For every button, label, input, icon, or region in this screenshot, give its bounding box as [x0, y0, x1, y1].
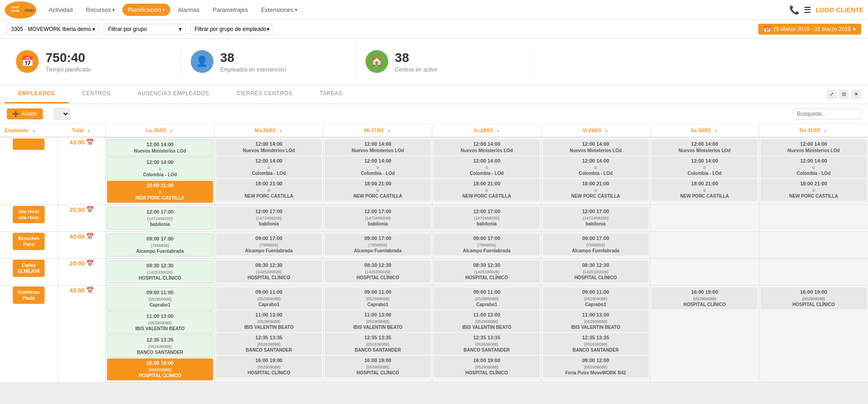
shift-block[interactable]: 12:00 17:00(1472458200)babilonia: [216, 207, 322, 229]
sort-vi[interactable]: ▲: [604, 128, 609, 133]
sort-lu[interactable]: ▲: [169, 128, 174, 133]
tab-cierres[interactable]: CIERRES CENTROS: [223, 85, 306, 103]
sort-sa[interactable]: ▲: [714, 128, 719, 133]
account-select[interactable]: 3305 · MOVEWORK Iberia demo. ▾: [7, 24, 99, 35]
sort-arrow-total[interactable]: ▲: [86, 128, 91, 133]
tab-icon-close[interactable]: ✕: [851, 89, 861, 99]
shift-block[interactable]: 09:00 12:00(052909088)Feria Putre MoveWO…: [543, 356, 649, 378]
shift-block[interactable]: 12:00 14:000Colombia - LOd: [652, 156, 757, 178]
employee-button[interactable]: CarlosELMEJOR: [13, 260, 45, 277]
shift-block[interactable]: 12:00 14:00Nuevos Ministerios LOd: [652, 139, 757, 155]
shift-block[interactable]: 09:00 17:00(7656656)Alcampo Fuenlabrada: [107, 234, 213, 256]
shift-block[interactable]: 12:00 17:00(1472458200)babilonia: [543, 207, 649, 229]
nav-extensiones[interactable]: Extensiones▾: [256, 4, 303, 16]
sort-mi[interactable]: ▲: [386, 128, 391, 133]
nav-actividad[interactable]: Actividad: [43, 4, 78, 16]
tab-ausencias[interactable]: AUSENCIAS EMPLEADOS: [124, 85, 223, 103]
shift-block[interactable]: 09:00 17:00(7656656)Alcampo Fuenlabrada: [434, 234, 539, 256]
shift-block[interactable]: 16:00 19:00(052909088)HOSPITAL CLÍNICO: [107, 358, 213, 380]
shift-block[interactable]: 12:00 14:000Colombia - LOd: [434, 156, 539, 178]
shift-block[interactable]: 09:00 11:00(052909088)Caprabo1: [434, 287, 539, 309]
shift-block[interactable]: 12:00 14:00Nuevos Ministerios LOd: [434, 139, 539, 155]
shift-block[interactable]: 12:00 14:000Colombia - LOd: [761, 156, 867, 178]
shift-block[interactable]: 09:00 17:00(7656656)Alcampo Fuenlabrada: [216, 234, 322, 256]
nav-alarmas[interactable]: Alarmas: [173, 4, 205, 16]
sort-do[interactable]: ▲: [823, 128, 828, 133]
tab-icon-expand[interactable]: ⤢: [827, 89, 837, 99]
employee-button[interactable]: ana rocioana rocio: [13, 206, 45, 223]
shift-block[interactable]: 12:00 14:001Colombia - LOd: [107, 157, 213, 180]
shift-block[interactable]: 16:00 19:00(052909088)HOSPITAL CLÍNICO: [325, 356, 431, 378]
shift-block[interactable]: 12:00 14:00Nuevos Ministerios LOd: [761, 139, 867, 155]
shift-block[interactable]: 12:00 14:00Nuevos Ministerios LOd: [216, 139, 322, 155]
shift-block[interactable]: 12:00 17:00(1472458200)babilonia: [434, 207, 539, 229]
group-filter[interactable]: Filtrar por grupo ▾: [104, 24, 186, 35]
menu-icon[interactable]: ☰: [804, 5, 811, 15]
sort-ma[interactable]: ▲: [278, 128, 283, 133]
shift-block[interactable]: 12:35 13:35(052636088)BANCO SANTANDER: [107, 335, 213, 358]
shift-block[interactable]: 16:00 19:00(052909088)HOSPITAL CLÍNICO: [434, 356, 539, 378]
shift-block[interactable]: 09:00 11:00(052909088)Caprabo1: [325, 287, 431, 309]
shift-block[interactable]: 12:35 13:35(052636088)BANCO SANTANDER: [325, 333, 431, 355]
shift-block[interactable]: 08:30 12:30(1425330026)HOSPITAL CLÍNICO: [543, 261, 649, 282]
shift-block[interactable]: 08:30 12:30(1425330026)HOSPITAL CLÍNICO: [216, 261, 322, 282]
phone-icon[interactable]: 📞: [789, 5, 799, 15]
shift-block[interactable]: 09:00 17:00(7656656)Alcampo Fuenlabrada: [325, 234, 431, 256]
shift-block[interactable]: 08:30 12:30(1425330026)HOSPITAL CLÍNICO: [434, 261, 539, 282]
calendar-icon[interactable]: 📅: [86, 206, 94, 213]
shift-block[interactable]: 18:00 21:000NEW PORC CASTILLA: [761, 179, 867, 201]
employee-button[interactable]: ContrerasPaula: [13, 286, 45, 304]
tab-tareas[interactable]: TAREAS: [306, 85, 356, 103]
shift-block[interactable]: 08:30 12:30(1425330026)HOSPITAL CLÍNICO: [107, 261, 213, 283]
shift-block[interactable]: 18:00 21:000NEW PORC CASTILLA: [434, 179, 539, 201]
shift-block[interactable]: 12:00 14:00Nuevos Ministerios LOd: [325, 139, 431, 155]
employee-button[interactable]: BenachesPaco: [13, 233, 45, 250]
shift-block[interactable]: 11:00 13:00(052909088)IBIS VALENTIN BEAT…: [325, 310, 431, 332]
shift-block[interactable]: 18:00 21:000NEW PORC CASTILLA: [543, 179, 649, 201]
tab-centros[interactable]: CENTROS: [69, 85, 124, 103]
sort-ju[interactable]: ▲: [496, 128, 501, 133]
shift-block[interactable]: 12:00 14:00Nuevos Ministerios LOd: [543, 139, 649, 155]
shift-block[interactable]: 08:30 12:30(1425330026)HOSPITAL CLÍNICO: [325, 261, 431, 282]
calendar-icon[interactable]: 📅: [86, 286, 94, 294]
shift-block[interactable]: 12:00 17:00(1472458200)babilonia: [325, 207, 431, 229]
shift-block[interactable]: 11:00 13:00(052909088)IBIS VALENTIN BEAT…: [216, 310, 322, 332]
shift-block[interactable]: 12:00 14:000Colombia - LOd: [543, 156, 649, 178]
calendar-icon[interactable]: 📅: [86, 138, 94, 146]
sort-arrow-employee[interactable]: ▲: [31, 128, 36, 133]
shift-block[interactable]: 09:00 17:00(7656656)Alcampo Fuenlabrada: [543, 234, 649, 256]
shift-block[interactable]: 12:35 13:35(052636088)BANCO SANTANDER: [543, 333, 649, 355]
add-button[interactable]: ➕ Añadir: [7, 108, 43, 119]
shift-block[interactable]: 12:35 13:35(052636088)BANCO SANTANDER: [216, 333, 322, 355]
shift-block[interactable]: 16:00 19:00(052909088)HOSPITAL CLÍNICO: [216, 356, 322, 378]
search-input[interactable]: [793, 108, 861, 119]
shift-block[interactable]: 12:00 14:00Nuevos Ministerios LOd: [107, 139, 213, 156]
shift-block[interactable]: 16:00 19:00(052909088)HOSPITAL CLÍNICO: [652, 287, 757, 309]
shift-block[interactable]: 11:00 13:00(052909088)IBIS VALENTIN BEAT…: [434, 310, 539, 332]
shift-block[interactable]: 12:35 13:35(052636088)BANCO SANTANDER: [434, 333, 539, 355]
date-range-button[interactable]: 📅 25 Marzo 2019 - 31 Marzo 2019 ▾: [758, 24, 861, 35]
shift-block[interactable]: 18:00 21:000NEW PORC CASTILLA: [216, 179, 322, 201]
shift-block[interactable]: 09:00 11:00(052909088)Caprabo1: [216, 287, 322, 309]
employee-group-filter[interactable]: Filtrar por grupo de empleado ▾: [190, 24, 273, 35]
nav-parametrajes[interactable]: Parametrajes: [207, 4, 253, 16]
shift-block[interactable]: 16:00 19:00(052909088)HOSPITAL CLÍNICO: [761, 287, 867, 309]
app-logo[interactable]: move work C nnect: [5, 1, 36, 19]
shift-block[interactable]: 18:00 21:000NEW PORC CASTILLA: [107, 181, 213, 203]
calendar-icon[interactable]: 📅: [86, 233, 94, 240]
shift-block[interactable]: 11:00 13:00(052909088)IBIS VALENTIN BEAT…: [107, 311, 213, 334]
shift-block[interactable]: 09:00 11:00(052909088)Caprabo1: [543, 287, 649, 309]
nav-planificacion[interactable]: Planificación▾: [122, 4, 170, 16]
nav-recursos[interactable]: Recursos▾: [81, 4, 120, 16]
shift-block[interactable]: 18:00 21:000NEW PORC CASTILLA: [652, 179, 757, 201]
shift-block[interactable]: 18:00 21:000NEW PORC CASTILLA: [325, 179, 431, 201]
employee-button[interactable]: [13, 138, 45, 150]
tab-icon-collapse[interactable]: ⊡: [839, 89, 849, 99]
shift-block[interactable]: 12:00 14:000Colombia - LOd: [325, 156, 431, 178]
add-select[interactable]: [54, 108, 70, 120]
tab-empleados[interactable]: EMPLEADOS: [5, 85, 69, 103]
shift-block[interactable]: 12:00 14:000Colombia - LOd: [216, 156, 322, 178]
shift-block[interactable]: 11:00 13:00(052909088)IBIS VALENTIN BEAT…: [543, 310, 649, 332]
shift-block[interactable]: 12:00 17:00(1472458200)babilonia: [107, 207, 213, 230]
calendar-icon[interactable]: 📅: [86, 260, 94, 267]
